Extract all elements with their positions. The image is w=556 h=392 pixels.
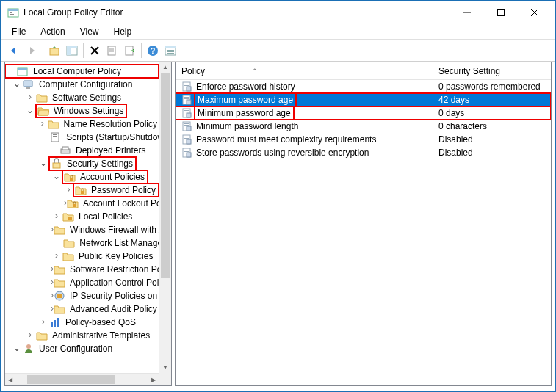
menu-help[interactable]: Help bbox=[106, 25, 140, 38]
folder-open-icon bbox=[37, 105, 49, 117]
tree-pubkey[interactable]: › Public Key Policies bbox=[5, 250, 159, 263]
svg-rect-32 bbox=[53, 136, 57, 137]
svg-rect-28 bbox=[24, 81, 32, 87]
svg-rect-22 bbox=[165, 46, 176, 48]
tree-name-resolution[interactable]: › Name Resolution Policy bbox=[5, 117, 159, 131]
tree-horizontal-scrollbar[interactable]: ◀▶ bbox=[5, 373, 159, 385]
svg-rect-11 bbox=[71, 46, 77, 48]
tree-netlist[interactable]: Network List Manager Policies bbox=[5, 236, 159, 250]
scripts-icon bbox=[50, 131, 62, 143]
ipsec-icon bbox=[54, 290, 65, 302]
svg-rect-3 bbox=[10, 14, 14, 15]
list-row[interactable]: Enforce password history0 passwords reme… bbox=[176, 80, 551, 93]
close-button[interactable] bbox=[518, 1, 552, 23]
svg-rect-39 bbox=[68, 217, 72, 220]
tree-security-settings[interactable]: ⌄ Security Settings bbox=[5, 157, 159, 170]
tree-computer-configuration[interactable]: ⌄ Computer Configuration bbox=[5, 78, 159, 91]
list-row[interactable]: Password must meet complexity requiremen… bbox=[176, 133, 551, 146]
toolbar-separator bbox=[83, 43, 84, 58]
list-row[interactable]: Minimum password age0 days bbox=[176, 106, 551, 120]
tree-local-policies[interactable]: › Local Policies bbox=[5, 210, 159, 223]
menu-view[interactable]: View bbox=[73, 25, 106, 38]
svg-rect-64 bbox=[184, 138, 189, 139]
folder-icon bbox=[54, 277, 65, 288]
list-row[interactable]: Minimum password length0 characters bbox=[176, 120, 551, 133]
tree-account-policies[interactable]: ⌄ Account Policies bbox=[5, 170, 159, 184]
svg-rect-61 bbox=[187, 126, 191, 131]
tree-deployed-printers[interactable]: Deployed Printers bbox=[5, 144, 159, 157]
folder-icon bbox=[62, 250, 74, 262]
policy-item-icon bbox=[181, 134, 193, 145]
tree-software-settings[interactable]: › Software Settings bbox=[5, 91, 159, 104]
tree-password-policy[interactable]: › Password Policy bbox=[5, 184, 159, 197]
list-row[interactable]: Store passwords using reversible encrypt… bbox=[176, 146, 551, 159]
maximize-button[interactable] bbox=[484, 1, 518, 23]
locked-folder-icon bbox=[75, 184, 87, 196]
svg-rect-2 bbox=[10, 12, 12, 13]
printer-icon bbox=[59, 145, 71, 156]
menu-action[interactable]: Action bbox=[33, 25, 72, 38]
svg-rect-49 bbox=[187, 87, 191, 91]
policy-setting: 0 passwords remembered bbox=[433, 81, 551, 92]
back-button[interactable] bbox=[6, 43, 22, 59]
svg-rect-24 bbox=[167, 51, 174, 52]
tree-firewall[interactable]: › Windows Firewall with Advanced Securit… bbox=[5, 223, 159, 236]
properties-button[interactable] bbox=[104, 43, 120, 59]
tree-scripts[interactable]: Scripts (Startup/Shutdown) bbox=[5, 131, 159, 144]
svg-rect-37 bbox=[81, 191, 84, 194]
menu-file[interactable]: File bbox=[4, 25, 33, 38]
tree-app-control[interactable]: › Application Control Policies bbox=[5, 276, 159, 289]
svg-rect-51 bbox=[184, 97, 189, 98]
policy-name: Store passwords using reversible encrypt… bbox=[196, 148, 369, 158]
show-hide-tree-button[interactable] bbox=[64, 43, 80, 59]
policy-item-icon bbox=[181, 94, 193, 106]
column-header-setting[interactable]: Security Setting bbox=[433, 66, 551, 76]
tree-vertical-scrollbar[interactable]: ▲▼ bbox=[159, 62, 171, 373]
svg-rect-43 bbox=[54, 320, 56, 327]
computer-icon bbox=[23, 79, 35, 90]
svg-rect-25 bbox=[167, 53, 174, 54]
security-icon bbox=[51, 158, 62, 170]
delete-button[interactable] bbox=[87, 43, 103, 59]
minimize-button[interactable] bbox=[450, 1, 484, 23]
column-header-policy[interactable]: Policy ⌃ bbox=[176, 66, 433, 76]
tree-root[interactable]: Local Computer Policy bbox=[5, 65, 159, 78]
locked-folder-icon bbox=[64, 171, 76, 183]
svg-rect-38 bbox=[73, 204, 76, 207]
help-button[interactable]: ? bbox=[145, 43, 161, 59]
tree-admin-templates[interactable]: › Administrative Templates bbox=[5, 329, 159, 342]
tree-soft-restrict[interactable]: › Software Restriction Policies bbox=[5, 263, 159, 276]
tree-windows-settings[interactable]: ⌄ Windows Settings bbox=[5, 104, 159, 117]
folder-icon bbox=[54, 264, 65, 275]
svg-rect-29 bbox=[26, 87, 30, 89]
svg-rect-52 bbox=[184, 98, 189, 99]
tree-qos[interactable]: › Policy-based QoS bbox=[5, 316, 159, 329]
svg-rect-67 bbox=[184, 150, 189, 150]
user-icon bbox=[23, 343, 35, 355]
policy-setting: 42 days bbox=[433, 95, 551, 105]
filter-button[interactable] bbox=[162, 43, 178, 59]
tree-user-configuration[interactable]: ⌄ User Configuration bbox=[5, 342, 159, 355]
policy-setting: 0 characters bbox=[433, 121, 551, 131]
tree-account-lockout[interactable]: › Account Lockout Policy bbox=[5, 197, 159, 210]
tree-adv-audit[interactable]: › Advanced Audit Policy Configuration bbox=[5, 302, 159, 316]
svg-rect-30 bbox=[51, 133, 59, 142]
title-bar: Local Group Policy Editor bbox=[1, 1, 555, 23]
policy-item-icon bbox=[181, 107, 193, 119]
export-list-button[interactable] bbox=[122, 43, 138, 59]
app-icon bbox=[7, 7, 19, 18]
svg-rect-44 bbox=[57, 318, 59, 327]
svg-rect-63 bbox=[184, 137, 189, 137]
list-row[interactable]: Maximum password age42 days bbox=[176, 93, 551, 106]
up-button[interactable] bbox=[46, 43, 62, 59]
svg-rect-1 bbox=[8, 9, 18, 11]
folder-icon bbox=[36, 92, 48, 104]
folder-icon bbox=[54, 224, 65, 236]
svg-rect-68 bbox=[184, 151, 189, 152]
svg-rect-53 bbox=[187, 100, 191, 104]
svg-rect-23 bbox=[167, 50, 174, 51]
svg-rect-34 bbox=[62, 147, 68, 150]
forward-button[interactable] bbox=[24, 43, 40, 59]
tree-ipsec[interactable]: › IP Security Policies on Local Computer bbox=[5, 289, 159, 302]
svg-rect-69 bbox=[187, 153, 191, 157]
